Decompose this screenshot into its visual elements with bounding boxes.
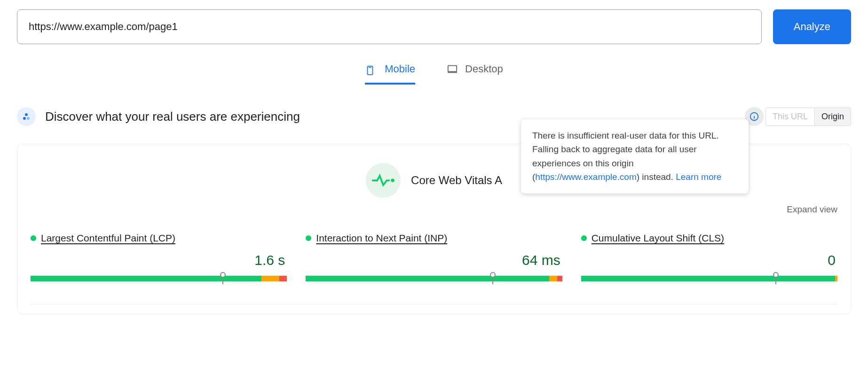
distribution-bar [31, 276, 287, 281]
url-input[interactable] [17, 9, 762, 44]
device-tabs: Mobile Desktop [17, 63, 851, 85]
bar-segment [835, 276, 837, 281]
metric-value: 64 ms [306, 252, 562, 268]
bar-segment [557, 276, 562, 281]
metric: Cumulative Layout Shift (CLS)0 [581, 233, 837, 281]
percentile-marker-icon [220, 272, 226, 278]
metric-name[interactable]: Largest Contentful Paint (LCP) [41, 233, 175, 244]
svg-rect-2 [448, 66, 457, 72]
url-bar: Analyze [17, 9, 851, 44]
section-header-left: Discover what your real users are experi… [17, 107, 300, 126]
crux-icon [17, 107, 36, 126]
scope-origin[interactable]: Origin [815, 108, 851, 126]
metric-title-row: Largest Contentful Paint (LCP) [31, 233, 287, 244]
svg-point-10 [391, 179, 395, 182]
metric-name[interactable]: Interaction to Next Paint (INP) [316, 233, 447, 244]
tab-desktop[interactable]: Desktop [445, 63, 503, 85]
metric-value: 1.6 s [31, 252, 287, 268]
analyze-button[interactable]: Analyze [773, 9, 851, 44]
section-title: Discover what your real users are experi… [45, 109, 300, 124]
metric: Largest Contentful Paint (LCP)1.6 s [31, 233, 287, 281]
tab-mobile-label: Mobile [385, 63, 415, 75]
cwv-title: Core Web Vitals A [411, 174, 502, 187]
status-dot-icon [306, 235, 311, 241]
tooltip-learn-more-link[interactable]: Learn more [676, 172, 721, 182]
percentile-marker-icon [773, 272, 779, 278]
status-dot-icon [31, 235, 36, 241]
metric-title-row: Interaction to Next Paint (INP) [306, 233, 562, 244]
scope-toggle: This URL Origin [745, 107, 851, 126]
distribution-bar [581, 276, 837, 281]
desktop-icon [445, 64, 458, 74]
metric: Interaction to Next Paint (INP)64 ms [306, 233, 562, 281]
svg-point-4 [23, 117, 26, 120]
metrics-row: Largest Contentful Paint (LCP)1.6 sInter… [31, 233, 837, 281]
bar-segment [306, 276, 549, 281]
distribution-bar [306, 276, 562, 281]
bar-segment [31, 276, 261, 281]
bar-segment [549, 276, 557, 281]
scope-this-url: This URL [765, 108, 815, 126]
section-header: Discover what your real users are experi… [17, 107, 851, 126]
metric-name[interactable]: Cumulative Layout Shift (CLS) [592, 233, 724, 244]
percentile-marker-icon [490, 272, 496, 278]
metric-value: 0 [581, 252, 837, 268]
bar-segment [581, 276, 835, 281]
svg-point-6 [25, 113, 28, 116]
svg-point-5 [27, 117, 30, 120]
bar-segment [261, 276, 279, 281]
tab-mobile[interactable]: Mobile [365, 63, 415, 85]
expand-view-link[interactable]: Expand view [787, 204, 837, 215]
divider [31, 304, 837, 304]
info-tooltip: There is insufficient real-user data for… [521, 119, 749, 194]
status-dot-icon [581, 235, 587, 241]
mobile-icon [365, 64, 378, 74]
bar-segment [279, 276, 287, 281]
metric-title-row: Cumulative Layout Shift (CLS) [581, 233, 837, 244]
tab-desktop-label: Desktop [465, 63, 503, 75]
tooltip-text-after: ) instead. [637, 172, 676, 182]
tooltip-origin-link[interactable]: https://www.example.com [535, 172, 636, 182]
pulse-icon [366, 163, 401, 198]
